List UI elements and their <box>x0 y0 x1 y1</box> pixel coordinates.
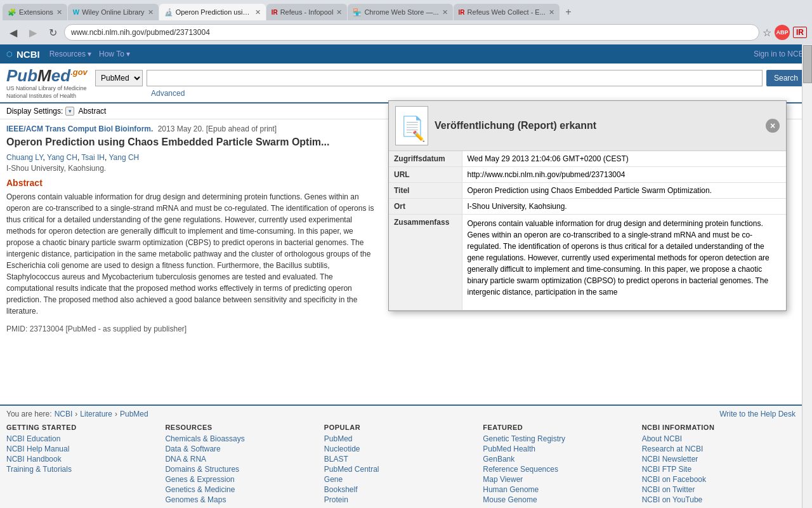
url-display: www.ncbi.nlm.nih.gov/pubmed/23713004 <box>71 28 210 37</box>
tab-close-chrome-web-store[interactable]: ✕ <box>442 8 448 17</box>
article-journal[interactable]: IEEE/ACM Trans Comput Biol Bioinform. <box>6 124 153 133</box>
popup-label-zugriffsdatum: Zugriffsdatum <box>389 151 462 167</box>
database-select[interactable]: PubMed <box>95 70 143 86</box>
how-to-label: How To <box>99 50 124 58</box>
popup-label-zusammenfassung: Zusammenfass <box>389 215 462 311</box>
footer-col-title-popular: POPULAR <box>324 424 478 431</box>
ir-icon[interactable]: IR <box>793 27 807 38</box>
tab-close-refeus2[interactable]: ✕ <box>549 8 554 17</box>
advanced-link[interactable]: Advanced <box>151 89 806 98</box>
footer-link-research-ncbi[interactable]: Research at NCBI <box>642 444 796 453</box>
pubmed-logo-m: M <box>37 66 51 85</box>
author-1[interactable]: Chuang LY <box>6 153 43 162</box>
ncbi-logo-text: NCBI <box>16 49 40 60</box>
footer-link-about-ncbi[interactable]: About NCBI <box>642 434 796 443</box>
back-button[interactable]: ◀ <box>5 24 22 41</box>
display-settings-dropdown[interactable]: ▾ <box>65 107 74 116</box>
footer-link-pubmed-central[interactable]: PubMed Central <box>324 465 478 474</box>
tab-extensions-label: Extensions <box>19 8 53 16</box>
display-settings-label: Display Settings: <box>6 107 63 116</box>
tab-refeus[interactable]: IR Refeus - Infopool ✕ <box>266 4 348 20</box>
footer-link-data-software[interactable]: Data & Software <box>165 444 318 453</box>
author-2[interactable]: Yang CH <box>47 153 77 162</box>
tab-refeus2[interactable]: IR Refeus Web Collect - E... ✕ <box>454 4 560 20</box>
footer-link-genetics-medicine[interactable]: Genetics & Medicine <box>165 485 318 494</box>
footer-link-gene[interactable]: Gene <box>324 475 478 484</box>
popup-value-zugriffsdatum: Wed May 29 2013 21:04:06 GMT+0200 (CEST) <box>462 151 786 167</box>
footer-link-protein[interactable]: Protein <box>324 495 478 504</box>
footer-link-map-viewer[interactable]: Map Viewer <box>483 475 636 484</box>
resources-nav[interactable]: Resources ▾ <box>49 50 91 58</box>
scrollbar-thumb[interactable] <box>803 45 812 83</box>
resources-label: Resources <box>49 50 86 58</box>
footer-link-nucleotide[interactable]: Nucleotide <box>324 444 478 453</box>
footer-link-ncbi-help-manual[interactable]: NCBI Help Manual <box>6 444 160 453</box>
popup-value-zusammenfassung: Operons contain valuable information for… <box>462 215 786 311</box>
search-button[interactable]: Search <box>766 70 806 86</box>
ncbi-logo: ⬡ NCBI <box>6 49 40 60</box>
page-scrollbar[interactable] <box>802 44 812 508</box>
page-content: ⬡ NCBI Resources ▾ How To ▾ Sign in to N… <box>0 44 812 508</box>
footer-link-pubmed-health[interactable]: PubMed Health <box>483 444 636 453</box>
ncbi-topbar: ⬡ NCBI Resources ▾ How To ▾ Sign in to N… <box>0 44 812 64</box>
footer-link-ncbi-education[interactable]: NCBI Education <box>6 434 160 443</box>
breadcrumb-literature[interactable]: Literature <box>80 410 112 418</box>
footer-link-genes-expression[interactable]: Genes & Expression <box>165 475 318 484</box>
footer-link-bookshelf[interactable]: Bookshelf <box>324 485 478 494</box>
tab-close-operon[interactable]: ✕ <box>255 8 261 17</box>
tab-extensions[interactable]: 🧩 Extensions ✕ <box>3 4 67 20</box>
footer-link-genetic-testing[interactable]: Genetic Testing Registry <box>483 434 636 443</box>
new-tab-button[interactable]: + <box>560 4 577 20</box>
extensions-icon: 🧩 <box>8 8 16 17</box>
footer-link-ncbi-handbook[interactable]: NCBI Handbook <box>6 455 160 464</box>
help-desk-link[interactable]: Write to the Help Desk <box>719 410 796 418</box>
article-authors-line: Chuang LY, Yang CH, Tsai IH, Yang CH <box>6 153 381 162</box>
bookmark-icon[interactable]: ☆ <box>763 27 771 39</box>
article-institution: I-Shou University, Kaohsiung. <box>6 164 381 173</box>
forward-button[interactable]: ▶ <box>25 24 41 41</box>
author-3[interactable]: Tsai IH <box>81 153 105 162</box>
footer-link-genbank[interactable]: GenBank <box>483 455 636 464</box>
popup-label-url: URL <box>389 167 462 183</box>
footer-link-mouse-genome[interactable]: Mouse Genome <box>483 495 636 504</box>
author-4[interactable]: Yang CH <box>108 153 139 162</box>
footer-link-pubmed[interactable]: PubMed <box>324 434 478 443</box>
tab-operon-label: Operon Prediction usin... <box>176 8 252 16</box>
footer-link-human-genome[interactable]: Human Genome <box>483 485 636 494</box>
tab-close-wiley[interactable]: ✕ <box>148 8 154 17</box>
footer-link-genomes-maps[interactable]: Genomes & Maps <box>165 495 318 504</box>
footer-link-training-tutorials[interactable]: Training & Tutorials <box>6 465 160 474</box>
footer-link-chemicals-bioassays[interactable]: Chemicals & Bioassays <box>165 434 318 443</box>
article-journal-line: IEEE/ACM Trans Comput Biol Bioinform. 20… <box>6 124 381 133</box>
footer-link-ncbi-facebook[interactable]: NCBI on Facebook <box>642 475 796 484</box>
footer-link-ncbi-youtube[interactable]: NCBI on YouTube <box>642 495 796 504</box>
breadcrumb-ncbi[interactable]: NCBI <box>55 410 73 418</box>
abstract-heading: Abstract <box>6 178 381 188</box>
abp-icon[interactable]: ABP <box>775 25 790 40</box>
search-input[interactable] <box>147 70 763 86</box>
ncbi-emblem: ⬡ <box>6 50 13 58</box>
address-box[interactable]: www.ncbi.nlm.nih.gov/pubmed/23713004 <box>64 24 759 41</box>
breadcrumb-pubmed[interactable]: PubMed <box>120 410 148 418</box>
tab-wiley-label: Wiley Online Library <box>82 8 144 16</box>
tab-chrome-web-store[interactable]: 🏪 Chrome Web Store —... ✕ <box>348 4 452 20</box>
footer-link-reference-sequences[interactable]: Reference Sequences <box>483 465 636 474</box>
tab-operon[interactable]: 🔬 Operon Prediction usin... ✕ <box>159 4 266 20</box>
popup-close-button[interactable]: × <box>766 119 780 133</box>
how-to-nav[interactable]: How To ▾ <box>99 50 130 58</box>
footer-link-ncbi-newsletter[interactable]: NCBI Newsletter <box>642 455 796 464</box>
footer-link-ncbi-twitter[interactable]: NCBI on Twitter <box>642 485 796 494</box>
zusammenfassung-scroll[interactable]: Operons contain valuable information for… <box>462 215 787 310</box>
footer-link-blast[interactable]: BLAST <box>324 455 478 464</box>
footer-link-domains-structures[interactable]: Domains & Structures <box>165 465 318 474</box>
tab-close-extensions[interactable]: ✕ <box>56 8 62 17</box>
footer-col-resources: RESOURCES Chemicals & Bioassays Data & S… <box>165 424 324 505</box>
reload-button[interactable]: ↻ <box>44 24 61 41</box>
footer-col-title-ncbi-info: NCBI INFORMATION <box>642 424 796 431</box>
footer-link-dna-rna[interactable]: DNA & RNA <box>165 455 318 464</box>
search-row: PubMed Search <box>95 70 806 86</box>
sign-in-link[interactable]: Sign in to NCBI <box>754 50 806 58</box>
footer-link-ncbi-ftp[interactable]: NCBI FTP Site <box>642 465 796 474</box>
tab-wiley[interactable]: W Wiley Online Library ✕ <box>68 4 159 20</box>
tab-close-refeus[interactable]: ✕ <box>336 8 342 17</box>
